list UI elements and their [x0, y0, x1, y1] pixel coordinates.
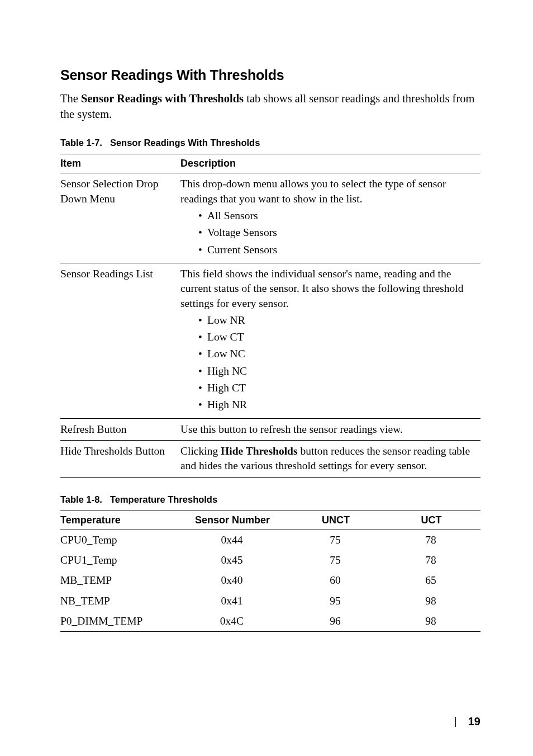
cell-uct: 78 [384, 530, 480, 550]
table2: Temperature Sensor Number UNCT UCT CPU0_… [60, 511, 480, 632]
cell-uct: 65 [384, 570, 480, 590]
table1-header-item: Item [60, 154, 180, 173]
section-heading: Sensor Readings With Thresholds [60, 67, 480, 83]
cell-item: Sensor Readings List [60, 263, 180, 418]
cell-temp: CPU0_Temp [60, 530, 178, 550]
bullet: Low NR [198, 313, 477, 328]
cell-desc: This drop-down menu allows you to select… [180, 173, 480, 263]
table-row: Sensor Selection Drop Down Menu This dro… [60, 173, 480, 263]
bullets: All Sensors Voltage Sensors Current Sens… [180, 209, 477, 257]
table2-caption: Table 1-8.Temperature Thresholds [60, 494, 480, 505]
cell-item: Sensor Selection Drop Down Menu [60, 173, 180, 263]
cell-temp: CPU1_Temp [60, 550, 178, 570]
cell-sensor: 0x44 [178, 530, 289, 550]
cell-desc: Use this button to refresh the sensor re… [180, 418, 480, 440]
table-row: MB_TEMP 0x40 60 65 [60, 570, 480, 590]
desc-text: This field shows the individual sensor's… [180, 267, 477, 311]
table2-header-temp: Temperature [60, 511, 178, 530]
table-row: Hide Thresholds Button Clicking Hide Thr… [60, 441, 480, 478]
section-intro: The Sensor Readings with Thresholds tab … [60, 91, 480, 122]
table2-header-unct: UNCT [289, 511, 384, 530]
cell-sensor: 0x40 [178, 570, 289, 590]
table2-header-uct: UCT [384, 511, 480, 530]
bullet: Voltage Sensors [198, 225, 477, 240]
cell-desc: This field shows the individual sensor's… [180, 263, 480, 418]
bullet: Low NC [198, 347, 477, 361]
cell-sensor: 0x45 [178, 550, 289, 570]
cell-unct: 95 [289, 591, 384, 611]
desc-text: This drop-down menu allows you to select… [180, 177, 477, 206]
bullet: All Sensors [198, 209, 477, 223]
cell-sensor: 0x4C [178, 611, 289, 632]
cell-temp: P0_DIMM_TEMP [60, 611, 178, 632]
bullets: Low NR Low CT Low NC High NC High CT Hig… [180, 313, 477, 413]
intro-pre: The [60, 92, 81, 105]
table-row: CPU0_Temp 0x44 75 78 [60, 530, 480, 550]
table1-header-desc: Description [180, 154, 480, 173]
cell-temp: MB_TEMP [60, 570, 178, 590]
table2-header-sensor: Sensor Number [178, 511, 289, 530]
desc-bold: Hide Thresholds [221, 445, 297, 457]
table-row: NB_TEMP 0x41 95 98 [60, 591, 480, 611]
cell-unct: 60 [289, 570, 384, 590]
table2-caption-title: Temperature Thresholds [110, 494, 217, 504]
bullet: Current Sensors [198, 243, 477, 257]
table-row: P0_DIMM_TEMP 0x4C 96 98 [60, 611, 480, 632]
cell-item: Refresh Button [60, 418, 180, 440]
cell-unct: 75 [289, 550, 384, 570]
footer-divider [455, 717, 456, 727]
table-row: Refresh Button Use this button to refres… [60, 418, 480, 440]
cell-uct: 78 [384, 550, 480, 570]
cell-item: Hide Thresholds Button [60, 441, 180, 478]
cell-unct: 96 [289, 611, 384, 632]
bullet: High NR [198, 398, 477, 412]
bullet: Low CT [198, 330, 477, 344]
intro-bold: Sensor Readings with Thresholds [81, 92, 244, 105]
cell-unct: 75 [289, 530, 384, 550]
table1: Item Description Sensor Selection Drop D… [60, 154, 480, 477]
table1-caption-title: Sensor Readings With Thresholds [110, 138, 260, 148]
table-row: CPU1_Temp 0x45 75 78 [60, 550, 480, 570]
table2-caption-num: Table 1-8. [60, 494, 102, 504]
cell-sensor: 0x41 [178, 591, 289, 611]
table-row: Sensor Readings List This field shows th… [60, 263, 480, 418]
page-footer: 19 [455, 715, 480, 728]
bullet: High NC [198, 364, 477, 379]
page-number: 19 [468, 715, 480, 728]
cell-uct: 98 [384, 611, 480, 632]
bullet: High CT [198, 381, 477, 395]
table1-caption: Table 1-7.Sensor Readings With Threshold… [60, 138, 480, 148]
cell-uct: 98 [384, 591, 480, 611]
cell-desc: Clicking Hide Thresholds button reduces … [180, 441, 480, 478]
table1-caption-num: Table 1-7. [60, 138, 102, 148]
cell-temp: NB_TEMP [60, 591, 178, 611]
desc-pre: Clicking [180, 445, 221, 457]
